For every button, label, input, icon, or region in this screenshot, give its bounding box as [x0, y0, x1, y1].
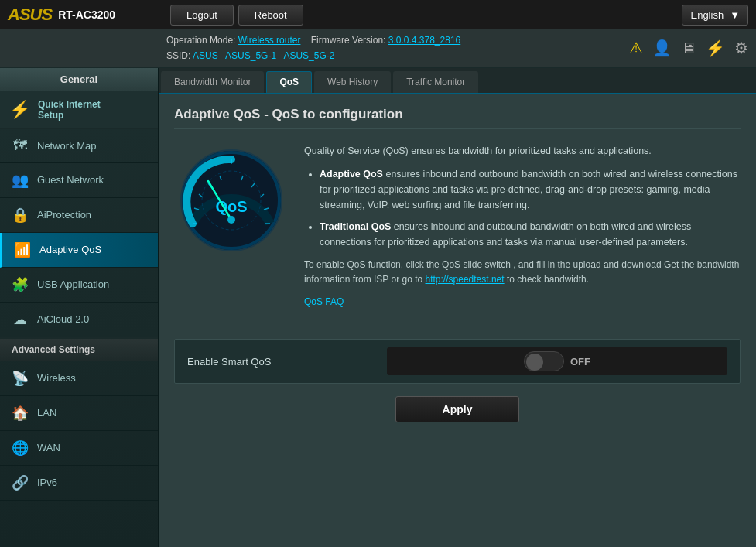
quick-setup-label: Quick InternetSetup	[38, 99, 101, 121]
language-label: English	[690, 9, 724, 21]
qos-note: To enable QoS function, click the QoS sl…	[304, 258, 741, 287]
info-bar: Operation Mode: Wireless router Firmware…	[0, 29, 756, 68]
traditional-qos-strong: Traditional QoS	[320, 221, 391, 232]
toggle-state-label: OFF	[570, 356, 590, 368]
apply-btn-row: Apply	[174, 396, 741, 422]
logout-button[interactable]: Logout	[170, 5, 234, 26]
sidebar-label-network-map: Network Map	[37, 140, 97, 152]
warning-icon[interactable]: ⚠	[629, 39, 643, 57]
quick-setup-icon: ⚡	[9, 100, 30, 120]
usb-app-icon: 🧩	[11, 276, 29, 293]
gauge-svg: QoS	[177, 146, 286, 255]
aiprotection-icon: 🔒	[11, 207, 29, 224]
power-icon[interactable]: ⚙	[734, 39, 748, 57]
guest-network-icon: 👥	[11, 172, 29, 189]
ssid-3[interactable]: ASUS_5G-2	[283, 50, 334, 61]
page-title: Adaptive QoS - QoS to configuration	[174, 107, 741, 129]
sidebar-item-guest-network[interactable]: 👥 Guest Network	[0, 163, 158, 198]
user-icon[interactable]: 👤	[652, 39, 672, 57]
asus-logo: ASUS	[8, 5, 52, 25]
ipv6-icon: 🔗	[11, 474, 29, 491]
smart-qos-row: Enable Smart QoS OFF	[174, 339, 741, 384]
lan-icon: 🏠	[11, 405, 29, 422]
qos-intro: Quality of Service (QoS) ensures bandwid…	[304, 143, 741, 159]
sidebar-label-wan: WAN	[37, 442, 60, 453]
monitor-icon[interactable]: 🖥	[681, 39, 696, 57]
speedtest-link[interactable]: http://speedtest.net	[426, 274, 505, 285]
router-info: Operation Mode: Wireless router Firmware…	[166, 32, 460, 64]
sidebar-item-aicloud[interactable]: ☁ AiCloud 2.0	[0, 303, 158, 337]
sidebar: General ⚡ Quick InternetSetup 🗺 Network …	[0, 68, 159, 547]
adaptive-qos-icon: 📶	[13, 241, 32, 258]
qos-description: Quality of Service (QoS) ensures bandwid…	[304, 143, 741, 324]
sidebar-item-usb-application[interactable]: 🧩 USB Application	[0, 268, 158, 303]
adaptive-qos-strong: Adaptive QoS	[320, 169, 383, 179]
sidebar-item-adaptive-qos[interactable]: 📶 Adaptive QoS	[0, 233, 158, 268]
qos-bullets: Adaptive QoS ensures inbound and outboun…	[304, 166, 741, 250]
language-selector[interactable]: English ▼	[682, 5, 748, 26]
tab-bandwidth-monitor[interactable]: Bandwidth Monitor	[161, 71, 264, 93]
apply-button[interactable]: Apply	[395, 396, 520, 422]
op-mode-label: Operation Mode:	[166, 35, 235, 46]
sidebar-item-wireless[interactable]: 📡 Wireless	[0, 361, 158, 396]
firmware-label: Firmware Version:	[311, 35, 386, 46]
op-mode-value[interactable]: Wireless router	[238, 35, 301, 46]
chevron-down-icon: ▼	[730, 9, 740, 21]
sidebar-item-network-map[interactable]: 🗺 Network Map	[0, 129, 158, 163]
reboot-button[interactable]: Reboot	[238, 5, 303, 26]
sidebar-label-ipv6: IPv6	[37, 477, 57, 488]
sidebar-label-usb-app: USB Application	[37, 279, 109, 290]
sidebar-item-lan[interactable]: 🏠 LAN	[0, 396, 158, 431]
model-name: RT-AC3200	[58, 9, 115, 21]
tab-web-history[interactable]: Web History	[314, 71, 391, 93]
qos-bullet-1: Adaptive QoS ensures inbound and outboun…	[320, 166, 741, 213]
quick-internet-setup[interactable]: ⚡ Quick InternetSetup	[0, 91, 158, 129]
ssid-2[interactable]: ASUS_5G-1	[225, 50, 276, 61]
tab-traffic-monitor[interactable]: Traffic Monitor	[393, 71, 478, 93]
firmware-value[interactable]: 3.0.0.4.378_2816	[388, 35, 460, 46]
wireless-icon: 📡	[11, 370, 29, 387]
qos-body: QoS Quality of Service (QoS) ensures ban…	[174, 143, 741, 324]
svg-point-15	[227, 216, 235, 224]
sidebar-label-wireless: Wireless	[37, 372, 76, 384]
sidebar-item-wan[interactable]: 🌐 WAN	[0, 431, 158, 466]
status-icons: ⚠ 👤 🖥 ⚡ ⚙	[629, 39, 748, 57]
qos-bullet-2: Traditional QoS ensures inbound and outb…	[320, 219, 741, 250]
wan-icon: 🌐	[11, 439, 29, 456]
sidebar-label-aiprotection: AiProtection	[37, 209, 91, 221]
main-layout: General ⚡ Quick InternetSetup 🗺 Network …	[0, 68, 756, 547]
sidebar-label-lan: LAN	[37, 407, 56, 419]
sidebar-item-aiprotection[interactable]: 🔒 AiProtection	[0, 198, 158, 233]
usb-icon[interactable]: ⚡	[706, 39, 725, 57]
smart-qos-label: Enable Smart QoS	[187, 356, 387, 368]
tab-bar: Bandwidth Monitor QoS Web History Traffi…	[159, 68, 756, 94]
toggle-knob	[526, 354, 543, 371]
aicloud-icon: ☁	[11, 311, 29, 328]
sidebar-label-adaptive-qos: Adaptive QoS	[39, 244, 101, 255]
logo-area: ASUS RT-AC3200	[8, 5, 170, 25]
general-header: General	[0, 68, 158, 91]
ssid-1[interactable]: ASUS	[193, 50, 218, 61]
smart-qos-toggle[interactable]: OFF	[387, 347, 727, 375]
top-buttons: Logout Reboot	[170, 5, 682, 26]
adaptive-qos-text: ensures inbound and outbound bandwidth o…	[320, 169, 737, 210]
qos-faq-link[interactable]: QoS FAQ	[304, 295, 741, 309]
qos-gauge-image: QoS	[174, 143, 289, 258]
sidebar-label-guest-network: Guest Network	[37, 174, 104, 186]
toggle-track[interactable]	[524, 351, 564, 371]
sidebar-item-ipv6[interactable]: 🔗 IPv6	[0, 466, 158, 501]
content-area: Bandwidth Monitor QoS Web History Traffi…	[159, 68, 756, 547]
ssid-label: SSID:	[166, 50, 190, 61]
advanced-settings-header: Advanced Settings	[0, 337, 158, 361]
top-bar: ASUS RT-AC3200 Logout Reboot English ▼	[0, 0, 756, 29]
network-map-icon: 🗺	[11, 138, 29, 154]
sidebar-label-aicloud: AiCloud 2.0	[37, 313, 89, 325]
page-content: Adaptive QoS - QoS to configuration	[159, 94, 756, 547]
tab-qos[interactable]: QoS	[266, 71, 312, 93]
qos-note-end: to check bandwidth.	[505, 274, 589, 285]
